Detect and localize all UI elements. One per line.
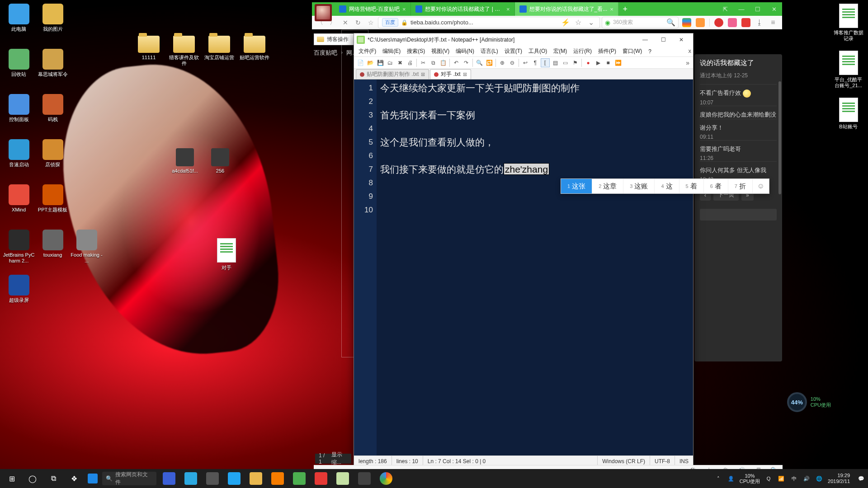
- comment-entry[interactable]: 不看广告看疗效10:07: [700, 84, 777, 106]
- desktop-folder[interactable]: 11111: [131, 34, 166, 77]
- menu-item[interactable]: 设置(T): [502, 47, 525, 56]
- desktop-file[interactable]: B站账号: [831, 98, 865, 143]
- desktop-icon[interactable]: 码栈: [36, 94, 70, 137]
- edge-icon[interactable]: [88, 474, 98, 483]
- desktop-icon[interactable]: 音速启动: [2, 139, 36, 182]
- desktop-icon[interactable]: XMind: [2, 184, 36, 227]
- menu-item[interactable]: 视图(V): [429, 47, 452, 56]
- minimize-button[interactable]: —: [636, 34, 654, 45]
- perf-monitor[interactable]: 44% 10% CPU使用: [787, 392, 831, 412]
- desktop-folder[interactable]: 贴吧运营软件: [237, 34, 272, 77]
- battery-icon[interactable]: 🌐: [815, 474, 823, 483]
- ime-candidate-bar[interactable]: 1这张2这章3这账4这5着6者7折 ☺: [561, 178, 769, 194]
- star-icon[interactable]: ☆: [573, 18, 583, 28]
- tab-close-icon[interactable]: ×: [506, 6, 510, 13]
- menu-item[interactable]: 语言(L): [478, 47, 501, 56]
- taskbar-app[interactable]: [311, 469, 331, 488]
- misc-icon[interactable]: ⇱: [717, 2, 733, 16]
- desktop-icon[interactable]: touxiang: [36, 230, 70, 272]
- ime-candidate[interactable]: 4这: [655, 179, 679, 193]
- q-icon[interactable]: Q: [764, 474, 773, 483]
- taskbar-app[interactable]: [203, 469, 222, 488]
- zoom-in-icon[interactable]: ⊕: [498, 58, 507, 67]
- desktop-file[interactable]: 博客推广数据记录: [831, 4, 865, 49]
- network-icon[interactable]: 📶: [777, 474, 785, 483]
- doc-map-icon[interactable]: ▭: [561, 58, 570, 67]
- close-button[interactable]: ✕: [766, 2, 782, 16]
- play-icon[interactable]: ▶: [594, 58, 603, 67]
- browser-search[interactable]: ◉ 360搜索 🔍: [602, 17, 679, 28]
- indent-guide-icon[interactable]: ⟦: [541, 58, 550, 67]
- reload-button[interactable]: ↻: [353, 17, 363, 28]
- func-list-icon[interactable]: ⚑: [571, 58, 580, 67]
- maximize-button[interactable]: ☐: [750, 2, 766, 16]
- wrap-icon[interactable]: ↩: [521, 58, 530, 67]
- desktop-file[interactable]: 对手: [217, 238, 236, 271]
- menu-item[interactable]: 搜索(S): [404, 47, 428, 56]
- zoom-out-icon[interactable]: ⊖: [508, 58, 517, 67]
- cortana-icon[interactable]: ◯: [24, 469, 42, 488]
- close-button[interactable]: ✕: [672, 34, 690, 45]
- taskbar-app[interactable]: [333, 469, 353, 488]
- taskbar-app[interactable]: [268, 469, 288, 488]
- task-view-icon[interactable]: ⧉: [44, 469, 62, 488]
- ime-candidate[interactable]: 5着: [679, 179, 704, 193]
- sound-icon[interactable]: 🔊: [802, 474, 811, 483]
- new-file-icon[interactable]: 📄: [356, 58, 365, 67]
- tab-close-icon[interactable]: ×: [402, 6, 406, 13]
- taskbar-app[interactable]: [289, 469, 309, 488]
- desktop-folder[interactable]: 猎客课件及软件: [166, 34, 202, 77]
- desktop-file[interactable]: a4cdaf51f...: [167, 148, 203, 191]
- redo-icon[interactable]: ↷: [462, 58, 471, 67]
- menu-item[interactable]: 运行(R): [571, 47, 594, 56]
- record-icon[interactable]: ●: [584, 58, 593, 67]
- ext-icon[interactable]: [741, 18, 750, 27]
- desktop-folder[interactable]: 淘宝店铺运营: [202, 34, 237, 77]
- comment-entry[interactable]: 需要推广吗老哥11:26: [700, 140, 777, 161]
- desktop-icon[interactable]: JetBrains PyCharm 2...: [2, 230, 36, 272]
- menu-item[interactable]: 编辑(E): [380, 47, 403, 56]
- ime-composition[interactable]: zhe'zhang: [504, 163, 549, 175]
- ext-icon[interactable]: [728, 18, 737, 27]
- code-area[interactable]: 今天继续给大家更新一下关于贴吧防删图的制作 首先我们来看一下案例 这个是我们查看…: [377, 80, 693, 455]
- comment-entry[interactable]: 谢分享！09:11: [700, 119, 777, 140]
- menu-item[interactable]: 插件(P): [595, 47, 619, 56]
- desktop-file[interactable]: 平台_优酷平台账号_21...: [831, 51, 865, 96]
- open-file-icon[interactable]: 📂: [366, 58, 375, 67]
- replace-icon[interactable]: 🔁: [485, 58, 494, 67]
- desktop-icon[interactable]: Food making - ...: [70, 230, 104, 272]
- breadcrumb-item[interactable]: 百度贴吧: [314, 49, 337, 57]
- paste-icon[interactable]: 📋: [439, 58, 448, 67]
- scrollbar[interactable]: [778, 81, 781, 194]
- desktop-icon[interactable]: 此电脑: [2, 4, 36, 47]
- tab-close-icon[interactable]: ⊠: [463, 71, 467, 77]
- people-icon[interactable]: 👤: [727, 474, 735, 483]
- stop-icon[interactable]: ■: [604, 58, 613, 67]
- undo-icon[interactable]: ↶: [452, 58, 461, 67]
- fast-icon[interactable]: ⏩: [613, 58, 623, 67]
- desktop-icon[interactable]: 幕思城将军令: [36, 49, 70, 92]
- print-icon[interactable]: 🖨: [406, 58, 415, 67]
- url-field[interactable]: 百度 🔒 tieba.baidu.com/photo... ⚡ ☆ ⌄: [378, 17, 600, 28]
- ext-icon[interactable]: [682, 18, 691, 27]
- dropdown-icon[interactable]: ⌄: [586, 18, 596, 28]
- taskbar-app[interactable]: [224, 469, 244, 488]
- desktop-icon[interactable]: 我的图片: [36, 4, 70, 47]
- browser-tab[interactable]: 想要对你说的话我都藏这了_看...×: [515, 2, 618, 16]
- ime-candidate[interactable]: 7折: [728, 179, 753, 193]
- menu-icon[interactable]: ≡: [769, 18, 778, 27]
- taskbar-app[interactable]: [354, 469, 374, 488]
- ime-candidate[interactable]: 6者: [704, 179, 728, 193]
- menu-item[interactable]: 工具(O): [526, 47, 550, 56]
- find-icon[interactable]: 🔍: [475, 58, 484, 67]
- minimize-button[interactable]: —: [733, 2, 750, 16]
- desktop-file[interactable]: 256: [203, 148, 238, 191]
- close-file-icon[interactable]: ✖: [396, 58, 405, 67]
- ime-candidate[interactable]: 2这章: [592, 179, 623, 193]
- desktop-icon[interactable]: 店侦探: [36, 139, 70, 182]
- desktop-icon[interactable]: 控制面板: [2, 94, 36, 137]
- folder-margin-icon[interactable]: ▤: [551, 58, 560, 67]
- page-hint[interactable]: 显示缩...: [331, 451, 348, 466]
- tray-icon[interactable]: ❖: [65, 469, 83, 488]
- comment-entry[interactable]: 度娘你把我的心血来潮给删没: [700, 106, 777, 119]
